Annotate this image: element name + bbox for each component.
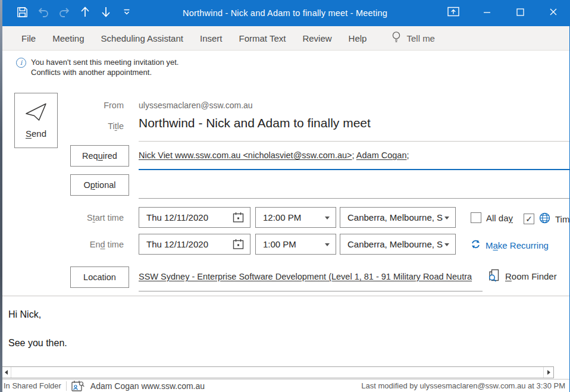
start-time-dropdown-icon[interactable] <box>325 214 336 222</box>
location-field-underline <box>139 291 483 291</box>
recipient-separator-2: ; <box>406 150 409 160</box>
scrollbar-thumb[interactable] <box>11 367 543 378</box>
end-timezone-dropdown-icon[interactable] <box>444 240 455 249</box>
undo-button[interactable] <box>33 4 54 23</box>
send-paper-plane-icon <box>24 102 48 123</box>
location-input[interactable]: SSW Sydney - Enterprise Software Develop… <box>139 272 476 281</box>
optional-field-underline <box>139 198 570 199</box>
close-icon <box>549 8 558 18</box>
optional-button[interactable]: Optional <box>70 174 129 196</box>
body-closing: See you then. <box>8 338 67 349</box>
end-timezone-select[interactable]: Canberra, Melbourne, S <box>340 234 456 255</box>
room-finder-label: Room Finder <box>505 271 557 281</box>
shared-calendar-contact-icon <box>71 380 86 392</box>
maximize-icon <box>516 8 524 18</box>
end-date-input[interactable]: Thu 12/11/2020 <box>139 234 250 255</box>
scroll-left-icon <box>5 370 8 375</box>
room-finder-icon <box>488 269 500 284</box>
window-title: Northwind - Nick and Adam to finally mee… <box>71 0 499 26</box>
last-modified-label: Last modified by ulyssesmaclaren@ssw.com… <box>361 381 570 390</box>
title-label: Title <box>54 121 124 131</box>
info-message-conflict: Conflicts with another appointment. <box>31 67 178 77</box>
end-time-input[interactable]: 1:00 PM <box>255 234 336 255</box>
tell-me-box[interactable]: Tell me <box>392 31 435 45</box>
scroll-right-button[interactable] <box>543 367 553 378</box>
info-message-unsent: You haven't sent this meeting invitation… <box>31 57 178 67</box>
start-date-input[interactable]: Thu 12/11/2020 <box>139 207 250 228</box>
from-label: From <box>54 101 124 110</box>
minimize-icon <box>483 8 491 18</box>
recurring-arrows-icon <box>471 239 481 251</box>
ribbon-display-options-icon <box>447 7 459 20</box>
status-bar: In Shared Folder Adam Cogan www.ssw.com.… <box>0 379 570 392</box>
all-day-label: All day <box>486 213 513 223</box>
send-button-label: Send <box>26 128 46 139</box>
start-time-input[interactable]: 12:00 PM <box>255 207 336 228</box>
end-time-label: End time <box>54 240 124 249</box>
required-button[interactable]: Required <box>70 145 129 167</box>
time-zones-checkbox[interactable]: ✓ <box>524 214 534 224</box>
window-controls <box>437 0 570 26</box>
redo-icon <box>58 6 71 20</box>
tab-help[interactable]: Help <box>340 26 375 50</box>
time-zones-label: Time zones <box>555 214 570 224</box>
message-body[interactable]: Hi Nick, See you then. <box>0 296 570 365</box>
title-field-underline <box>139 141 570 142</box>
tab-review[interactable]: Review <box>294 26 340 50</box>
body-greeting: Hi Nick, <box>8 309 41 320</box>
calendar-owner-label: Adam Cogan www.ssw.com.au <box>90 381 205 391</box>
start-timezone-select[interactable]: Canberra, Melbourne, S <box>340 207 456 228</box>
close-button[interactable] <box>537 0 570 26</box>
status-divider <box>66 381 67 391</box>
required-field-focus-underline <box>139 169 570 170</box>
info-bar: i You haven't sent this meeting invitati… <box>16 57 178 77</box>
scroll-right-icon <box>547 370 550 375</box>
end-time-dropdown-icon[interactable] <box>325 240 336 249</box>
folder-status-label: In Shared Folder <box>0 381 61 390</box>
location-button[interactable]: Location <box>70 266 129 288</box>
make-recurring-label: Make Recurring <box>486 240 549 250</box>
start-date-calendar-icon[interactable] <box>233 212 250 223</box>
start-time-label: Start time <box>54 213 124 222</box>
start-timezone-dropdown-icon[interactable] <box>444 214 455 222</box>
save-button[interactable] <box>12 4 33 23</box>
globe-icon <box>539 212 550 225</box>
tab-scheduling-assistant[interactable]: Scheduling Assistant <box>93 26 192 50</box>
minimize-button[interactable] <box>470 0 503 26</box>
from-value[interactable]: ulyssesmaclaren@ssw.com.au <box>139 101 253 110</box>
recipient-separator: ; <box>352 150 356 160</box>
title-input[interactable]: Northwind - Nick and Adam to finally mee… <box>139 116 371 130</box>
tab-insert[interactable]: Insert <box>192 26 231 50</box>
save-icon <box>16 6 29 21</box>
maximize-button[interactable] <box>503 0 537 26</box>
recipient-link-nick-viet[interactable]: Nick Viet www.ssw.com.au <nicholasviet@s… <box>139 150 352 160</box>
end-date-calendar-icon[interactable] <box>233 239 250 250</box>
required-recipients-field[interactable]: Nick Viet www.ssw.com.au <nicholasviet@s… <box>139 150 409 160</box>
all-day-checkbox[interactable] <box>471 212 481 223</box>
window-left-edge <box>0 0 2 392</box>
time-zones-checkbox-row: ✓ Time zones <box>524 212 570 225</box>
make-recurring-button[interactable]: Make Recurring <box>471 239 549 251</box>
title-bar: Northwind - Nick and Adam to finally mee… <box>0 0 570 26</box>
tab-file[interactable]: File <box>13 26 44 50</box>
meeting-window: Northwind - Nick and Adam to finally mee… <box>0 0 570 392</box>
tab-format-text[interactable]: Format Text <box>230 26 294 50</box>
scroll-left-button[interactable] <box>1 367 11 378</box>
ribbon-tab-bar: File Meeting Scheduling Assistant Insert… <box>0 26 570 51</box>
all-day-checkbox-row: All day <box>471 212 513 223</box>
send-button[interactable]: Send <box>14 93 58 148</box>
ribbon-display-options-button[interactable] <box>437 0 470 26</box>
horizontal-scrollbar[interactable] <box>1 366 554 378</box>
recipient-link-adam-cogan[interactable]: Adam Cogan <box>356 150 407 160</box>
tell-me-label: Tell me <box>406 33 435 43</box>
info-icon: i <box>16 58 26 68</box>
undo-icon <box>37 6 50 20</box>
lightbulb-icon <box>392 31 401 45</box>
tab-meeting[interactable]: Meeting <box>44 26 92 50</box>
room-finder-button[interactable]: Room Finder <box>488 269 557 284</box>
